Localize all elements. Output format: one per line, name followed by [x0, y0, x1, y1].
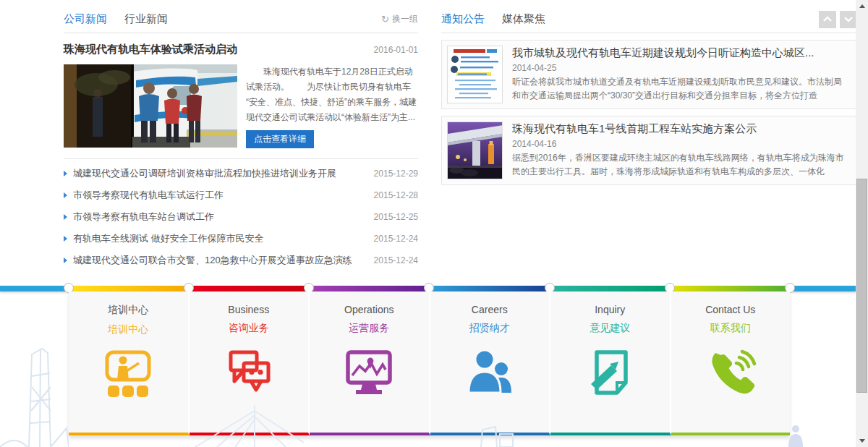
news-item-date: 2015-12-24 — [365, 234, 418, 244]
featured-article-excerpt: 珠海现代有轨电车于12月28日正式启动试乘活动。 为尽快让市民切身有轨电车“安全… — [246, 64, 418, 125]
scrollbar-up-arrow-icon — [859, 4, 865, 8]
chat-bubbles-icon — [190, 346, 309, 401]
tab-notices[interactable]: 通知公告 — [441, 12, 485, 26]
news-list-item[interactable]: 城建现代交通公司调研培训资格审批流程加快推进培训业务开展 2015-12-29 — [64, 163, 418, 184]
quicklink-zh-label: 运营服务 — [310, 322, 429, 335]
quicklink-zh-label: 招贤纳才 — [430, 322, 550, 335]
news-item-title: 市领导考察现代有轨电车试运行工作 — [73, 189, 224, 202]
quicklink-zh-label: 联系我们 — [671, 322, 791, 335]
scrollbar-down-arrow-icon — [859, 439, 865, 443]
scroll-up-button[interactable] — [819, 11, 836, 28]
refresh-icon: ↻ — [381, 14, 389, 25]
skyline-sketch-left — [0, 333, 69, 447]
notice-excerpt: 据悉到2016年，香洲区要建成环绕主城区的有轨电车线路网络，有轨电车将成为珠海市… — [512, 151, 849, 179]
triangle-bullet-icon — [64, 214, 67, 220]
triangle-bullet-icon — [64, 171, 67, 176]
notice-date: 2014-04-16 — [512, 139, 849, 149]
quicklink-zh-label: 培训中心 — [69, 323, 188, 336]
news-item-date: 2015-12-28 — [365, 190, 418, 200]
news-item-title: 有轨电车全线测试 做好安全工作保障市民安全 — [73, 232, 264, 245]
chevron-up-icon — [822, 16, 833, 22]
view-detail-button[interactable]: 点击查看详细 — [246, 130, 314, 148]
news-item-date: 2015-12-24 — [365, 255, 418, 265]
news-item-date: 2015-12-29 — [365, 169, 418, 179]
quicklink-zh-label: 咨询业务 — [190, 322, 309, 335]
quicklink-inquiry[interactable]: Inquiry 意见建议 — [550, 291, 671, 435]
quicklink-operations[interactable]: Operations 运营服务 — [310, 291, 430, 435]
quicklink-business[interactable]: Business 咨询业务 — [190, 291, 310, 435]
ribbon-segment — [0, 286, 69, 291]
scrollbar-thumb[interactable] — [856, 179, 867, 393]
quicklink-contact[interactable]: Contact Us 联系我们 — [671, 291, 791, 435]
ribbon-segment — [550, 286, 670, 291]
scrollbar-up-button[interactable] — [856, 0, 868, 12]
ribbon-segment — [429, 286, 550, 291]
ribbon-segment — [69, 286, 189, 291]
news-item-date: 2015-12-25 — [365, 212, 418, 222]
quicklink-training[interactable]: 培训中心 培训中心 — [69, 291, 190, 435]
news-list-item[interactable]: 市领导考察有轨电车站台调试工作 2015-12-25 — [64, 206, 418, 228]
notice-title[interactable]: 我市城轨及现代有轨电车近期建设规划今日听证构造中心城区... — [512, 46, 849, 60]
featured-article: 珠海现代有轨电车体验试乘活动启动 2016-01-01 — [64, 33, 418, 159]
news-tabs-bar: 公司新闻 行业新闻 ↻ 换一组 — [64, 6, 418, 33]
tab-industry-news[interactable]: 行业新闻 — [124, 12, 168, 26]
training-icon — [69, 348, 188, 403]
scrollbar-down-button[interactable] — [856, 435, 868, 447]
quicklink-en-label: Business — [190, 304, 309, 315]
notice-date: 2014-04-25 — [512, 63, 849, 73]
quicklinks-row: 培训中心 培训中心 Business 咨询业务 — [69, 291, 790, 435]
monitor-chart-icon — [310, 346, 429, 401]
news-item-title: 市领导考察有轨电车站台调试工作 — [73, 210, 214, 224]
quicklink-en-label: Careers — [430, 304, 550, 315]
ribbon-segment — [309, 286, 429, 291]
people-icon — [430, 346, 550, 401]
quicklink-en-label: Operations — [310, 304, 429, 315]
featured-article-title[interactable]: 珠海现代有轨电车体验试乘活动启动 — [64, 43, 237, 56]
featured-article-date: 2016-01-01 — [374, 45, 418, 55]
notice-thumbnail-tram-station — [447, 122, 503, 179]
notice-card[interactable]: 珠海现代有轨电车1号线首期工程车站实施方案公示 2014-04-16 据悉到20… — [441, 116, 857, 185]
vertical-scrollbar[interactable] — [856, 0, 868, 447]
triangle-bullet-icon — [64, 192, 67, 198]
company-news-panel: 公司新闻 行业新闻 ↻ 换一组 珠海现代有轨电车体验试乘活动启动 2016-01… — [64, 6, 418, 271]
scroll-down-button[interactable] — [840, 11, 857, 28]
notice-tabs-bar: 通知公告 媒体聚焦 — [441, 6, 857, 33]
notice-card[interactable]: 我市城轨及现代有轨电车近期建设规划今日听证构造中心城区... 2014-04-2… — [441, 40, 857, 109]
change-group-label: 换一组 — [392, 13, 418, 25]
news-list-item[interactable]: 有轨电车全线测试 做好安全工作保障市民安全 2015-12-24 — [64, 228, 418, 250]
news-list-item[interactable]: 市领导考察现代有轨电车试运行工作 2015-12-28 — [64, 184, 418, 206]
triangle-bullet-icon — [64, 257, 67, 263]
colored-ribbon — [0, 286, 868, 291]
news-list-item[interactable]: 城建现代交通公司联合市交警、120急救中心开展交通事故应急演练 2015-12-… — [64, 250, 418, 271]
news-item-title: 城建现代交通公司联合市交警、120急救中心开展交通事故应急演练 — [73, 254, 352, 267]
triangle-bullet-icon — [64, 236, 67, 242]
notice-title[interactable]: 珠海现代有轨电车1号线首期工程车站实施方案公示 — [512, 122, 849, 136]
news-item-title: 城建现代交通公司调研培训资格审批流程加快推进培训业务开展 — [73, 167, 336, 180]
chevron-down-icon — [843, 16, 854, 22]
ribbon-segment — [670, 286, 790, 291]
quicklink-en-label: Inquiry — [550, 304, 670, 315]
ribbon-segment — [189, 286, 309, 291]
notice-panel: 通知公告 媒体聚焦 — [441, 6, 857, 185]
change-group-button[interactable]: ↻ 换一组 — [381, 13, 418, 25]
phone-icon — [671, 346, 791, 401]
pencil-document-icon — [550, 346, 670, 401]
notice-thumbnail-planning-doc — [447, 46, 503, 103]
tab-company-news[interactable]: 公司新闻 — [64, 12, 107, 26]
quicklink-en-label: Contact Us — [671, 304, 791, 315]
tab-media-focus[interactable]: 媒体聚焦 — [502, 12, 545, 26]
quicklink-en-label: 培训中心 — [69, 304, 188, 317]
quicklink-zh-label: 意见建议 — [550, 322, 670, 335]
notice-excerpt: 听证会将就我市城市轨道交通及有轨电车近期建设规划听取市民意见和建议。市法制局和市… — [512, 75, 849, 103]
featured-photo[interactable] — [64, 64, 237, 148]
news-list: 城建现代交通公司调研培训资格审批流程加快推进培训业务开展 2015-12-29 … — [64, 163, 418, 271]
quicklink-careers[interactable]: Careers 招贤纳才 — [430, 291, 551, 435]
